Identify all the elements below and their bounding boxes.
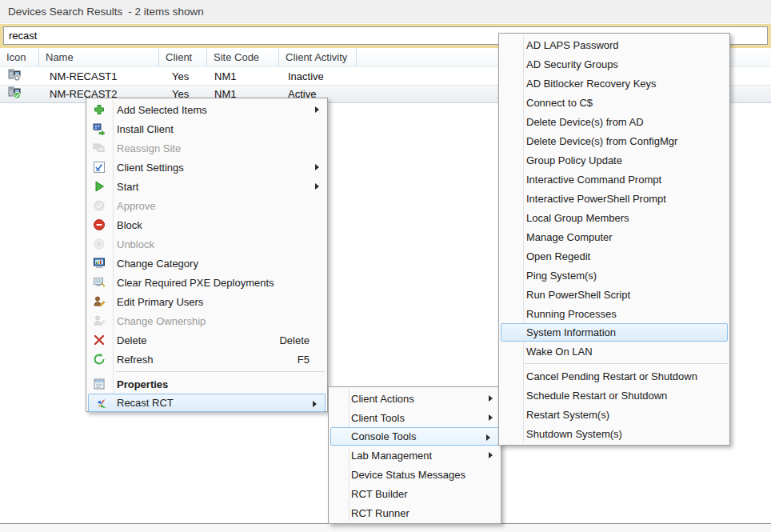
- change-category-icon: [93, 257, 106, 270]
- menu-item-recast-rct[interactable]: Recast RCT: [88, 394, 326, 412]
- menu-item-label: Client Actions: [351, 393, 414, 405]
- menu-item-shortcut: F5: [298, 354, 310, 366]
- menu-item-refresh[interactable]: Refresh F5: [86, 350, 327, 369]
- menu-item-running-processes[interactable]: Running Processes: [499, 304, 729, 323]
- menu-item-approve: Approve: [86, 196, 327, 215]
- submenu-arrow-icon: [489, 452, 493, 458]
- menu-item-label: Block: [117, 219, 142, 231]
- menu-item-label: Add Selected Items: [117, 104, 207, 116]
- unblock-icon: [93, 238, 106, 250]
- submenu-arrow-icon: [489, 395, 493, 402]
- recast-rct-icon: [95, 398, 108, 410]
- menu-item-ad-laps-password[interactable]: AD LAPS Password: [499, 35, 729, 54]
- menu-item-ping-systems[interactable]: Ping System(s): [499, 266, 729, 285]
- menu-item-label: Delete: [117, 334, 147, 346]
- menu-item-label: Cancel Pending Restart or Shutdown: [526, 370, 697, 382]
- menu-item-rct-runner[interactable]: RCT Runner: [329, 503, 501, 522]
- menu-item-label: AD Bitlocker Recovery Keys: [526, 78, 657, 90]
- menu-item-label: Delete Device(s) from AD: [526, 116, 644, 128]
- list-bottom-edge: [0, 523, 771, 532]
- add-plus-icon: [93, 103, 106, 116]
- client-settings-icon: [93, 161, 106, 174]
- menu-item-start[interactable]: Start: [86, 177, 327, 196]
- menu-item-edit-primary-users[interactable]: Edit Primary Users: [86, 292, 327, 311]
- menu-item-add-selected-items[interactable]: Add Selected Items: [86, 100, 327, 119]
- menu-item-label: Refresh: [117, 354, 154, 366]
- install-client-icon: [93, 122, 106, 135]
- delete-icon: [93, 334, 106, 346]
- menu-item-label: Schedule Restart or Shutdown: [526, 390, 667, 402]
- menu-item-client-actions[interactable]: Client Actions: [329, 389, 501, 408]
- menu-item-label: Reassign Site: [117, 142, 181, 154]
- device-name: NM-RECAST1: [39, 67, 159, 85]
- menu-item-label: Interactive PowerShell Prompt: [526, 193, 666, 205]
- menu-item-open-regedit[interactable]: Open Regedit: [499, 246, 729, 266]
- menu-item-block[interactable]: Block: [86, 215, 327, 234]
- column-header-icon[interactable]: Icon: [0, 48, 39, 66]
- column-header-name[interactable]: Name: [39, 48, 159, 66]
- menu-item-restart-systems[interactable]: Restart System(s): [499, 405, 729, 424]
- menu-item-lab-management[interactable]: Lab Management: [329, 446, 501, 465]
- menu-item-label: Delete Device(s) from ConfigMgr: [526, 135, 677, 147]
- menu-item-label: AD LAPS Password: [526, 39, 619, 51]
- menu-item-label: Change Ownership: [117, 315, 206, 327]
- menu-item-rct-builder[interactable]: RCT Builder: [329, 484, 501, 503]
- menu-item-client-settings[interactable]: Client Settings: [86, 158, 327, 177]
- menu-item-schedule-restart-or-shutdown[interactable]: Schedule Restart or Shutdown: [499, 386, 729, 405]
- device-active-icon: [8, 86, 21, 102]
- menu-item-client-tools[interactable]: Client Tools: [329, 408, 501, 427]
- menu-item-label: RCT Runner: [351, 507, 409, 519]
- page-title: Devices Search Results: [8, 6, 122, 18]
- menu-item-delete-devices-from-configmgr[interactable]: Delete Device(s) from ConfigMgr: [499, 131, 729, 150]
- recast-rct-submenu: Client Actions Client Tools Console Tool…: [328, 386, 501, 524]
- menu-item-manage-computer[interactable]: Manage Computer: [499, 227, 729, 246]
- menu-item-shutdown-systems[interactable]: Shutdown System(s): [499, 424, 729, 443]
- menu-item-interactive-command-prompt[interactable]: Interactive Command Prompt: [499, 170, 729, 189]
- menu-item-local-group-members[interactable]: Local Group Members: [499, 208, 729, 227]
- menu-item-cancel-pending-restart-or-shutdown[interactable]: Cancel Pending Restart or Shutdown: [499, 366, 729, 386]
- menu-item-delete-devices-from-ad[interactable]: Delete Device(s) from AD: [499, 112, 729, 131]
- menu-item-console-tools[interactable]: Console Tools: [330, 427, 499, 446]
- console-tools-menu: AD LAPS Password AD Security Groups AD B…: [498, 33, 730, 446]
- menu-item-label: Wake On LAN: [526, 346, 593, 358]
- menu-item-label: Clear Required PXE Deployments: [117, 277, 274, 289]
- menu-item-label: Approve: [117, 200, 155, 212]
- menu-item-delete[interactable]: Delete Delete: [86, 330, 327, 350]
- submenu-arrow-icon: [315, 106, 319, 113]
- menu-item-connect-to-c-dollar[interactable]: Connect to C$: [499, 93, 729, 112]
- menu-item-ad-security-groups[interactable]: AD Security Groups: [499, 54, 729, 74]
- menu-item-label: Group Policy Update: [526, 154, 622, 166]
- menu-item-label: Client Settings: [117, 162, 184, 174]
- column-header-client-activity[interactable]: Client Activity: [279, 48, 357, 66]
- menu-item-change-category[interactable]: Change Category: [86, 254, 327, 273]
- menu-item-properties[interactable]: Properties: [86, 374, 327, 394]
- menu-item-device-status-messages[interactable]: Device Status Messages: [329, 465, 501, 484]
- menu-item-label: Manage Computer: [526, 231, 613, 243]
- menu-item-group-policy-update[interactable]: Group Policy Update: [499, 150, 729, 170]
- menu-item-clear-required-pxe-deployments[interactable]: Clear Required PXE Deployments: [86, 273, 327, 292]
- block-icon: [93, 218, 106, 231]
- submenu-arrow-icon: [313, 401, 317, 407]
- menu-item-label: Connect to C$: [526, 97, 593, 109]
- menu-item-interactive-powershell-prompt[interactable]: Interactive PowerShell Prompt: [499, 189, 729, 208]
- menu-item-install-client[interactable]: Install Client: [86, 119, 327, 138]
- menu-item-system-information[interactable]: System Information: [501, 323, 728, 342]
- menu-item-label: Change Category: [117, 258, 198, 270]
- device-client: Yes: [159, 67, 207, 85]
- menu-item-label: Lab Management: [351, 450, 432, 462]
- menu-item-wake-on-lan[interactable]: Wake On LAN: [499, 342, 729, 361]
- submenu-arrow-icon: [486, 434, 490, 441]
- start-icon: [93, 180, 106, 193]
- menu-item-ad-bitlocker-recovery-keys[interactable]: AD Bitlocker Recovery Keys: [499, 74, 729, 93]
- submenu-arrow-icon: [315, 164, 319, 170]
- clear-pxe-icon: [93, 276, 106, 289]
- submenu-arrow-icon: [489, 414, 493, 421]
- menu-item-label: Shutdown System(s): [526, 428, 622, 440]
- column-header-client[interactable]: Client: [159, 48, 207, 66]
- edit-primary-users-icon: [93, 295, 106, 308]
- menu-item-label: Ping System(s): [526, 270, 597, 282]
- menu-item-label: Properties: [117, 378, 168, 390]
- column-header-site-code[interactable]: Site Code: [207, 48, 279, 66]
- menu-item-label: Device Status Messages: [351, 469, 465, 481]
- menu-item-run-powershell-script[interactable]: Run PowerShell Script: [499, 285, 729, 304]
